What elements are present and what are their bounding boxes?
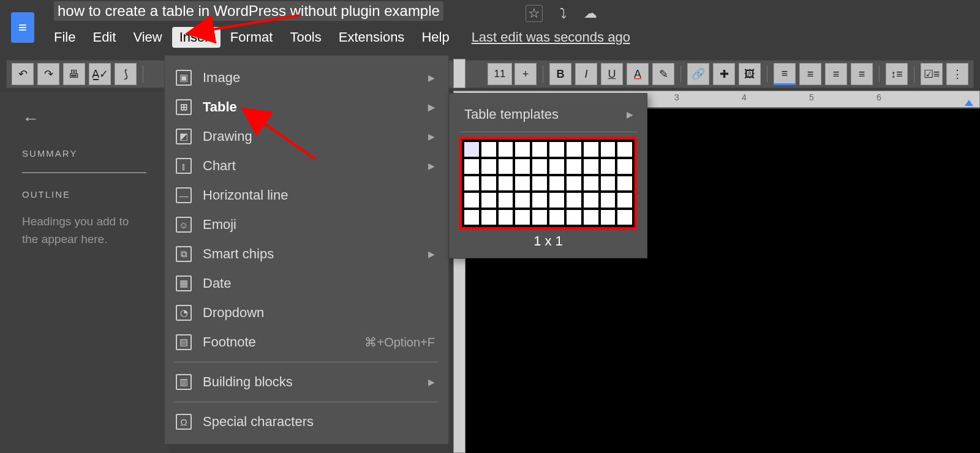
table-grid-cell[interactable] xyxy=(481,193,496,208)
table-grid-cell[interactable] xyxy=(515,176,530,191)
back-arrow-icon[interactable]: ← xyxy=(22,109,146,129)
font-size-input[interactable]: 11 xyxy=(488,63,512,85)
table-grid-cell[interactable] xyxy=(481,176,496,191)
insert-hr-item[interactable]: — Horizontal line xyxy=(165,181,448,210)
table-grid-cell[interactable] xyxy=(567,176,581,191)
insert-link-button[interactable]: 🔗 xyxy=(687,63,709,85)
insert-drawing-item[interactable]: ◩ Drawing ▶ xyxy=(165,122,448,151)
table-grid-cell[interactable] xyxy=(567,159,581,174)
table-grid-cell[interactable] xyxy=(549,193,564,208)
menu-view[interactable]: View xyxy=(133,29,162,45)
table-grid-cell[interactable] xyxy=(601,210,616,225)
redo-button[interactable]: ↷ xyxy=(37,63,59,85)
spellcheck-button[interactable]: A̲✓ xyxy=(89,63,111,85)
table-grid-cell[interactable] xyxy=(515,193,530,208)
insert-footnote-item[interactable]: ▤ Footnote ⌘+Option+F xyxy=(165,328,448,357)
insert-image-button[interactable]: 🖼 xyxy=(739,63,761,85)
table-grid-cell[interactable] xyxy=(601,176,616,191)
star-icon[interactable]: ☆ xyxy=(526,5,543,22)
insert-table-item[interactable]: ⊞ Table ▶ xyxy=(165,92,448,122)
table-grid[interactable] xyxy=(462,140,635,227)
table-grid-cell[interactable] xyxy=(584,210,598,225)
table-templates-item[interactable]: Table templates ▶ xyxy=(450,101,647,128)
table-grid-cell[interactable] xyxy=(499,176,513,191)
document-title[interactable]: how to create a table in WordPress witho… xyxy=(54,1,443,21)
table-grid-cell[interactable] xyxy=(532,210,547,225)
table-grid-cell[interactable] xyxy=(499,210,513,225)
line-spacing-button[interactable]: ↕≡ xyxy=(886,63,908,85)
align-right-button[interactable]: ≡ xyxy=(825,63,847,85)
insert-smart-chips-item[interactable]: ⧉ Smart chips ▶ xyxy=(165,239,448,269)
insert-emoji-item[interactable]: ☺ Emoji xyxy=(165,210,448,239)
bold-button[interactable]: B xyxy=(549,63,571,85)
insert-special-characters-item[interactable]: Ω Special characters xyxy=(165,407,448,436)
menu-format[interactable]: Format xyxy=(230,29,273,45)
print-button[interactable]: 🖶 xyxy=(63,63,85,85)
table-grid-cell[interactable] xyxy=(499,142,513,157)
undo-button[interactable]: ↶ xyxy=(12,63,34,85)
menu-tools[interactable]: Tools xyxy=(290,29,321,45)
insert-image-item[interactable]: ▣ Image ▶ xyxy=(165,63,448,92)
table-grid-cell[interactable] xyxy=(584,193,598,208)
checklist-button[interactable]: ☑≡ xyxy=(921,63,943,85)
table-grid-cell[interactable] xyxy=(617,176,632,191)
table-grid-cell[interactable] xyxy=(532,176,547,191)
table-grid-cell[interactable] xyxy=(481,142,496,157)
table-grid-cell[interactable] xyxy=(617,193,632,208)
table-grid-cell[interactable] xyxy=(549,210,564,225)
table-grid-cell[interactable] xyxy=(481,210,496,225)
text-color-button[interactable]: A xyxy=(627,63,649,85)
underline-button[interactable]: U xyxy=(601,63,623,85)
table-grid-cell[interactable] xyxy=(515,142,530,157)
table-grid-cell[interactable] xyxy=(617,210,632,225)
last-edit-link[interactable]: Last edit was seconds ago xyxy=(472,29,630,45)
table-grid-cell[interactable] xyxy=(549,176,564,191)
insert-date-item[interactable]: ▦ Date xyxy=(165,269,448,298)
table-grid-cell[interactable] xyxy=(567,193,581,208)
table-grid-cell[interactable] xyxy=(617,159,632,174)
align-left-button[interactable]: ≡ xyxy=(774,63,796,85)
table-grid-cell[interactable] xyxy=(499,193,513,208)
move-to-folder-icon[interactable]: ⤵ xyxy=(554,5,571,22)
font-size-increase-button[interactable]: + xyxy=(514,63,537,85)
insert-chart-item[interactable]: ⫿ Chart ▶ xyxy=(165,151,448,181)
paint-format-button[interactable]: ⟆ xyxy=(115,63,137,85)
ruler-indicator-icon[interactable] xyxy=(965,100,973,106)
table-grid-cell[interactable] xyxy=(464,210,479,225)
table-grid-cell[interactable] xyxy=(601,142,616,157)
align-center-button[interactable]: ≡ xyxy=(799,63,821,85)
menu-insert[interactable]: Insert xyxy=(172,27,221,48)
table-grid-cell[interactable] xyxy=(584,159,598,174)
table-grid-cell[interactable] xyxy=(464,176,479,191)
table-grid-cell[interactable] xyxy=(464,142,479,157)
table-grid-cell[interactable] xyxy=(515,210,530,225)
table-grid-selector[interactable] xyxy=(459,137,637,230)
menu-file[interactable]: File xyxy=(54,29,75,45)
table-grid-cell[interactable] xyxy=(584,142,598,157)
table-grid-cell[interactable] xyxy=(515,159,530,174)
highlight-button[interactable]: ✎ xyxy=(652,63,674,85)
table-grid-cell[interactable] xyxy=(601,159,616,174)
italic-button[interactable]: I xyxy=(575,63,597,85)
add-comment-button[interactable]: ✚ xyxy=(713,63,735,85)
table-grid-cell[interactable] xyxy=(549,159,564,174)
table-grid-cell[interactable] xyxy=(464,193,479,208)
menu-extensions[interactable]: Extensions xyxy=(339,29,405,45)
insert-building-blocks-item[interactable]: ▥ Building blocks ▶ xyxy=(165,367,448,397)
table-grid-cell[interactable] xyxy=(532,193,547,208)
table-grid-cell[interactable] xyxy=(532,142,547,157)
docs-logo-icon[interactable] xyxy=(11,12,34,43)
table-grid-cell[interactable] xyxy=(617,142,632,157)
table-grid-cell[interactable] xyxy=(567,210,581,225)
table-grid-cell[interactable] xyxy=(464,159,479,174)
cloud-status-icon[interactable]: ☁ xyxy=(582,5,599,22)
table-grid-cell[interactable] xyxy=(601,193,616,208)
insert-dropdown-item[interactable]: ◔ Dropdown xyxy=(165,298,448,328)
align-justify-button[interactable]: ≡ xyxy=(851,63,873,85)
table-grid-cell[interactable] xyxy=(549,142,564,157)
vertical-ruler[interactable] xyxy=(453,258,466,453)
more-button[interactable]: ⋮ xyxy=(946,63,968,85)
table-grid-cell[interactable] xyxy=(481,159,496,174)
menu-help[interactable]: Help xyxy=(421,29,449,45)
table-grid-cell[interactable] xyxy=(567,142,581,157)
